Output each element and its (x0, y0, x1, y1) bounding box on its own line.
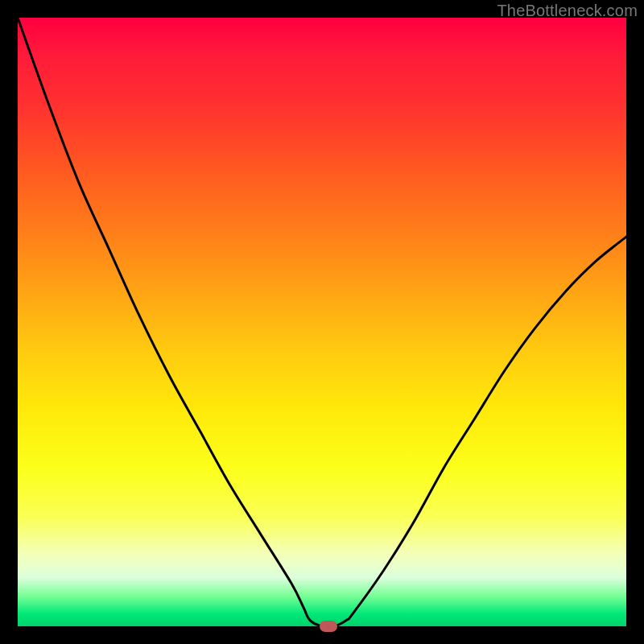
optimal-marker (320, 621, 337, 632)
gradient-background (18, 18, 626, 626)
chart-frame: TheBottleneck.com (0, 0, 644, 644)
plot-area (18, 18, 626, 626)
